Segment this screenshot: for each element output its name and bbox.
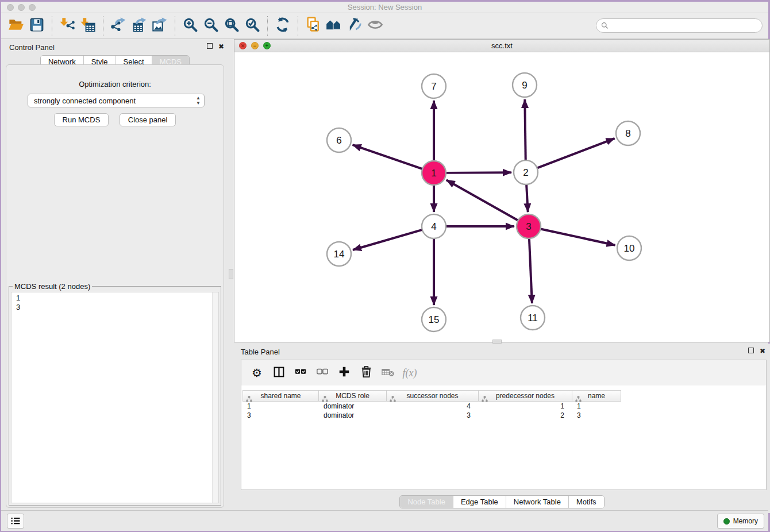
optimization-criterion-select[interactable]: strongly connected component ▲▼ (28, 94, 205, 107)
export-image-button[interactable] (149, 16, 170, 36)
minimize-window-button[interactable] (18, 4, 25, 11)
column-header-shared-name[interactable]: shared name (242, 390, 319, 402)
float-panel-icon[interactable] (207, 43, 213, 51)
edge-4-14[interactable] (353, 230, 423, 250)
graph-node-14[interactable]: 14 (327, 242, 351, 266)
edge-1-2[interactable] (445, 172, 511, 173)
edge-3-10[interactable] (540, 229, 615, 245)
zoom-selected-button[interactable] (242, 16, 263, 36)
gear-icon: ⚙ (252, 366, 262, 380)
table-row[interactable]: 1dominator411 (242, 402, 765, 411)
table-cell[interactable]: dominator (319, 402, 387, 411)
maximize-network-icon[interactable]: + (263, 42, 271, 49)
table-row[interactable]: 3dominator323 (242, 411, 765, 420)
column-header-MCDS-role[interactable]: MCDS role (319, 390, 387, 402)
function-builder-icon: f(x) (403, 367, 417, 379)
task-list-icon (10, 516, 21, 526)
select-all-button[interactable] (291, 364, 310, 382)
maximize-window-button[interactable] (29, 4, 36, 11)
table-cell[interactable]: 3 (242, 411, 319, 420)
table-cell[interactable]: dominator (319, 411, 387, 420)
eye-button[interactable] (365, 16, 386, 36)
graph-node-3[interactable]: 3 (517, 214, 541, 238)
export-table-button[interactable] (129, 16, 149, 36)
graph-node-10[interactable]: 10 (617, 236, 641, 260)
edge-2-8[interactable] (537, 138, 615, 168)
open-folder-button[interactable] (6, 16, 26, 36)
column-header-successor-nodes[interactable]: successor nodes (387, 390, 479, 402)
table-tab-edge-table[interactable]: Edge Table (453, 496, 506, 508)
graph-node-7[interactable]: 7 (422, 74, 446, 98)
gear-button[interactable]: ⚙ (247, 364, 267, 382)
graph-node-6[interactable]: 6 (327, 128, 351, 152)
table-tab-network-table[interactable]: Network Table (506, 496, 569, 508)
task-history-button[interactable] (7, 514, 24, 529)
result-scrollbar[interactable] (212, 292, 218, 503)
table-cell[interactable]: 3 (572, 411, 621, 420)
graph-node-9[interactable]: 9 (513, 73, 537, 97)
toolbar-separator (52, 16, 52, 36)
duplicate-network-button[interactable] (303, 16, 324, 36)
float-table-panel-icon[interactable] (748, 348, 754, 355)
zoom-fit-button[interactable] (221, 16, 242, 36)
column-label: MCDS role (319, 392, 386, 400)
horizontal-splitter-handle[interactable] (492, 340, 502, 344)
edge-3-11[interactable] (529, 238, 532, 303)
search-box[interactable] (596, 18, 763, 33)
open-folder-icon (8, 17, 24, 35)
close-network-icon[interactable]: ✕ (239, 42, 247, 49)
table-cell[interactable]: 3 (387, 411, 479, 420)
save-button[interactable] (26, 16, 47, 36)
hide-details-button[interactable] (344, 16, 365, 36)
toolbar-separator (298, 16, 298, 36)
column-header-name[interactable]: name (572, 390, 621, 402)
network-graph[interactable]: 7968124314101511 (234, 52, 769, 342)
graph-node-4[interactable]: 4 (422, 214, 446, 238)
table-cell[interactable]: 1 (572, 402, 621, 411)
zoom-out-button[interactable] (201, 16, 221, 36)
memory-button[interactable]: Memory (717, 514, 764, 529)
neighbors-button[interactable] (324, 16, 344, 36)
edge-2-9[interactable] (525, 99, 525, 161)
table-cell[interactable]: 2 (479, 411, 572, 420)
mcds-result-textarea[interactable]: 1 3 (11, 292, 219, 503)
graph-node-11[interactable]: 11 (521, 306, 545, 330)
edge-3-1[interactable] (446, 180, 519, 221)
export-network-button[interactable] (108, 16, 129, 36)
search-input[interactable] (609, 20, 762, 32)
delete-table-button (378, 364, 398, 382)
run-mcds-button[interactable]: Run MCDS (54, 113, 109, 126)
column-header-predecessor-nodes[interactable]: predecessor nodes (479, 390, 572, 402)
graph-node-8[interactable]: 8 (616, 121, 640, 145)
table-cell[interactable]: 1 (242, 402, 319, 411)
graph-node-1[interactable]: 1 (422, 161, 446, 185)
table-tab-node-table[interactable]: Node Table (400, 496, 453, 508)
vertical-splitter-handle[interactable] (229, 269, 233, 279)
minimize-network-icon[interactable]: − (251, 42, 259, 49)
window-controls[interactable] (7, 4, 36, 11)
close-panel-button[interactable]: Close panel (120, 113, 176, 126)
split-columns-button[interactable] (269, 364, 288, 382)
refresh-layout-button[interactable] (272, 16, 293, 36)
close-panel-icon[interactable]: ✖ (218, 43, 224, 51)
close-window-button[interactable] (7, 4, 14, 11)
add-column-button[interactable] (334, 364, 354, 382)
graph-node-2[interactable]: 2 (514, 160, 538, 184)
toolbar-separator (103, 16, 103, 36)
close-table-panel-icon[interactable]: ✖ (760, 348, 765, 355)
graph-node-15[interactable]: 15 (422, 307, 446, 331)
table-cell[interactable]: 4 (387, 402, 479, 411)
import-table-button[interactable] (78, 16, 98, 36)
column-label: successor nodes (387, 392, 478, 400)
network-window-titlebar[interactable]: ✕ − + scc.txt (234, 40, 769, 52)
table-cell[interactable]: 1 (479, 402, 572, 411)
network-canvas[interactable]: 7968124314101511 (234, 52, 769, 342)
zoom-in-button[interactable] (180, 16, 201, 36)
delete-column-button[interactable] (356, 364, 376, 382)
edge-2-3[interactable] (526, 184, 528, 212)
import-network-button[interactable] (57, 16, 78, 36)
deselect-all-button[interactable] (313, 364, 332, 382)
zoom-in-icon (182, 17, 198, 35)
edge-1-6[interactable] (353, 145, 423, 169)
table-tab-motifs[interactable]: Motifs (569, 496, 604, 508)
